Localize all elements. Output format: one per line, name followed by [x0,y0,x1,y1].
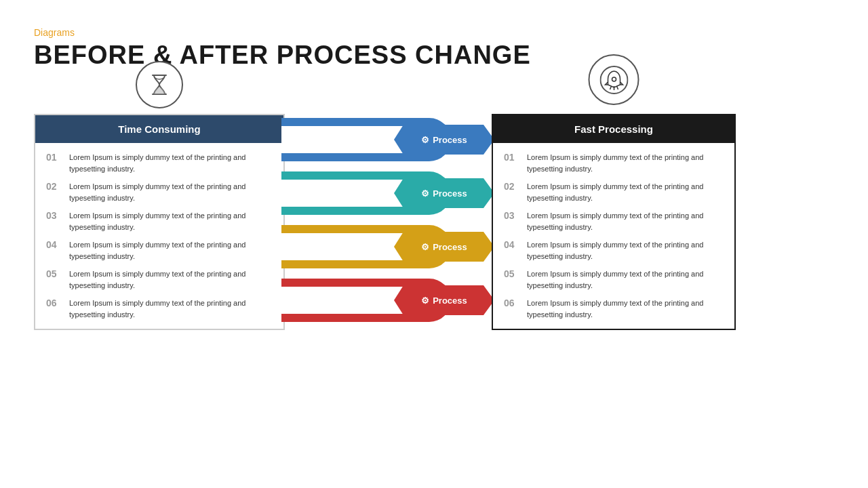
process-badge: ⚙ Process [394,232,494,262]
item-number: 06 [46,298,62,308]
gear-icon: ⚙ [421,296,429,306]
process-badge-text: ⚙ Process [421,188,467,199]
process-badge: ⚙ Process [394,178,494,208]
item-number: 02 [46,181,62,192]
item-number: 06 [504,298,520,308]
left-panel: Time Consuming 01 Lorem Ipsum is simply … [34,114,285,330]
left-list-item: 01 Lorem Ipsum is simply dummy text of t… [43,148,275,178]
process-badge-text: ⚙ Process [421,135,467,145]
item-number: 04 [504,239,520,250]
item-text: Lorem Ipsum is simply dummy text of the … [527,181,724,203]
left-list-item: 05 Lorem Ipsum is simply dummy text of t… [43,265,275,294]
item-text: Lorem Ipsum is simply dummy text of the … [527,239,724,262]
item-text: Lorem Ipsum is simply dummy text of the … [69,239,273,262]
curve-strip: ⚙ Process [281,274,492,326]
process-badge-text: ⚙ Process [421,242,467,252]
process-badge-text: ⚙ Process [421,296,467,306]
right-panel-header: Fast Processing [493,115,734,143]
right-list-item: 04 Lorem Ipsum is simply dummy text of t… [501,236,726,265]
right-list-item: 06 Lorem Ipsum is simply dummy text of t… [501,294,726,323]
item-text: Lorem Ipsum is simply dummy text of the … [527,152,724,174]
process-row: ⚙ Process [281,167,492,219]
item-number: 04 [46,239,62,250]
right-items-list: 01 Lorem Ipsum is simply dummy text of t… [493,143,734,329]
item-text: Lorem Ipsum is simply dummy text of the … [527,268,724,291]
gear-icon: ⚙ [421,242,429,252]
svg-point-1 [612,77,616,81]
item-number: 05 [504,268,520,279]
gear-icon: ⚙ [421,135,429,145]
left-list-item: 04 Lorem Ipsum is simply dummy text of t… [43,236,275,265]
right-box: Fast Processing 01 Lorem Ipsum is simply… [492,114,736,330]
item-text: Lorem Ipsum is simply dummy text of the … [527,210,724,232]
process-row: ⚙ Process [281,274,492,326]
item-number: 01 [46,152,62,163]
right-list-item: 05 Lorem Ipsum is simply dummy text of t… [501,265,726,294]
item-text: Lorem Ipsum is simply dummy text of the … [69,181,273,203]
item-number: 01 [504,152,520,163]
left-list-item: 03 Lorem Ipsum is simply dummy text of t… [43,207,275,236]
item-text: Lorem Ipsum is simply dummy text of the … [69,298,273,320]
left-list-item: 06 Lorem Ipsum is simply dummy text of t… [43,294,275,323]
left-list-item: 02 Lorem Ipsum is simply dummy text of t… [43,178,275,207]
item-number: 02 [504,181,520,192]
item-text: Lorem Ipsum is simply dummy text of the … [69,268,273,291]
left-panel-header: Time Consuming [35,115,283,143]
curve-strip: ⚙ Process [281,221,492,272]
curve-strip: ⚙ Process [281,167,492,219]
process-row: ⚙ Process [281,221,492,272]
center-visual: ⚙ Process ⚙ Process ⚙ Process [281,114,492,328]
hourglass-icon [136,61,183,108]
process-row: ⚙ Process [281,114,492,165]
curve-strip: ⚙ Process [281,114,492,165]
diagram-wrapper: Time Consuming 01 Lorem Ipsum is simply … [34,114,834,330]
item-text: Lorem Ipsum is simply dummy text of the … [69,210,273,232]
item-number: 03 [504,210,520,221]
slide: Diagrams BEFORE & AFTER PROCESS CHANGE T… [0,0,868,488]
item-number: 03 [46,210,62,221]
rocket-icon [589,54,639,105]
item-number: 05 [46,268,62,279]
item-text: Lorem Ipsum is simply dummy text of the … [69,152,273,174]
right-panel: Fast Processing 01 Lorem Ipsum is simply… [492,114,736,330]
item-text: Lorem Ipsum is simply dummy text of the … [527,298,724,320]
gear-icon: ⚙ [421,188,429,199]
process-badge: ⚙ Process [394,125,494,155]
right-list-item: 03 Lorem Ipsum is simply dummy text of t… [501,207,726,236]
right-list-item: 02 Lorem Ipsum is simply dummy text of t… [501,178,726,207]
left-items-list: 01 Lorem Ipsum is simply dummy text of t… [35,143,283,329]
process-badge: ⚙ Process [394,285,494,315]
left-box: Time Consuming 01 Lorem Ipsum is simply … [34,114,285,330]
category-label: Diagrams [34,27,834,38]
right-list-item: 01 Lorem Ipsum is simply dummy text of t… [501,148,726,178]
